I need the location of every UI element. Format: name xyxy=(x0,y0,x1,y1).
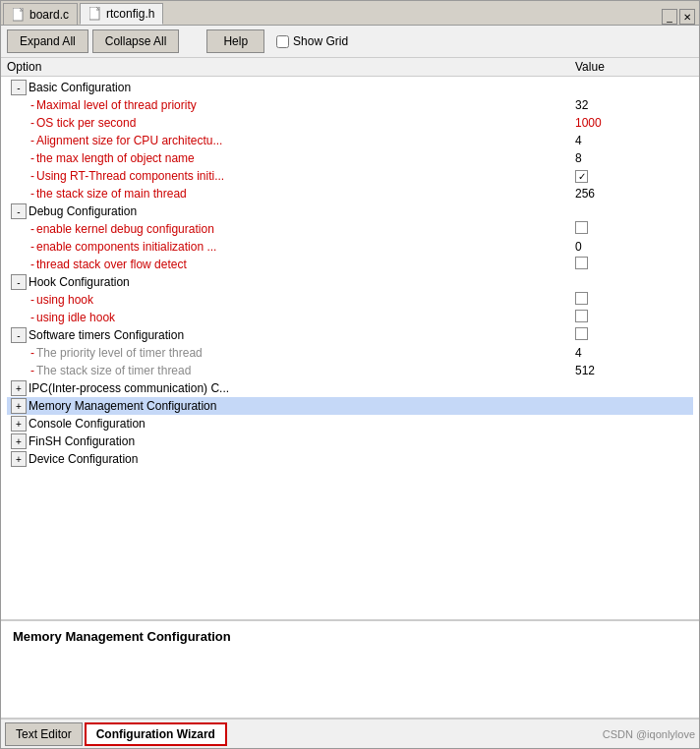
label-basic-config: Basic Configuration xyxy=(29,81,575,94)
tab-config-wizard[interactable]: Configuration Wizard xyxy=(85,722,227,746)
tab-board-c[interactable]: board.c xyxy=(3,3,78,25)
file-icon-active xyxy=(88,7,102,21)
toggle-hook[interactable]: - xyxy=(11,274,27,290)
value-max-obj-name: 8 xyxy=(575,151,693,165)
tree-area[interactable]: - Basic Configuration - Maximal level of… xyxy=(1,77,699,620)
toggle-ipc[interactable]: + xyxy=(11,380,27,396)
row-memory-config[interactable]: + Memory Management Configuration xyxy=(7,397,693,415)
dash: - xyxy=(30,240,34,254)
watermark: CSDN @iqonlylove xyxy=(603,728,695,740)
dash: - xyxy=(30,151,34,165)
label-using-idle-hook: using idle hook xyxy=(36,311,575,324)
label-priority-timer: The priority level of timer thread xyxy=(36,346,575,360)
row-stack-timer[interactable]: - The stack size of timer thread 512 xyxy=(7,362,693,379)
row-alignment[interactable]: - Alignment size for CPU architectu... 4 xyxy=(7,132,693,149)
dash: - xyxy=(30,98,34,112)
tab-board-c-label: board.c xyxy=(29,8,69,22)
col-value-header: Value xyxy=(575,60,693,74)
checkbox-using-idle-hook[interactable] xyxy=(575,310,588,322)
dash: - xyxy=(30,293,34,307)
close-button[interactable]: ✕ xyxy=(679,9,695,25)
value-stack-timer: 512 xyxy=(575,364,693,377)
row-priority-timer[interactable]: - The priority level of timer thread 4 xyxy=(7,344,693,362)
row-using-rt-thread[interactable]: - Using RT-Thread components initi... xyxy=(7,167,693,185)
show-grid-checkbox[interactable] xyxy=(276,35,289,48)
col-option-header: Option xyxy=(7,60,575,74)
bottom-tab-bar: Text Editor Configuration Wizard CSDN @i… xyxy=(1,719,699,748)
label-max-priority: Maximal level of thread priority xyxy=(36,98,575,112)
tab-text-editor[interactable]: Text Editor xyxy=(5,722,83,746)
toggle-basic[interactable]: - xyxy=(11,80,27,95)
dash: - xyxy=(30,134,34,147)
row-os-tick[interactable]: - OS tick per second 1000 xyxy=(7,114,693,132)
label-using-hook: using hook xyxy=(36,293,575,307)
row-max-priority[interactable]: - Maximal level of thread priority 32 xyxy=(7,96,693,114)
tab-config-wizard-label: Configuration Wizard xyxy=(96,727,215,741)
row-basic-config[interactable]: - Basic Configuration xyxy=(7,79,693,96)
checkbox-using-hook[interactable] xyxy=(575,292,588,305)
row-hook-config[interactable]: - Hook Configuration xyxy=(7,273,693,291)
row-max-obj-name[interactable]: - the max length of object name 8 xyxy=(7,149,693,167)
label-ipc-config: IPC(Inter-process communication) C... xyxy=(29,381,575,395)
row-ipc-config[interactable]: + IPC(Inter-process communication) C... xyxy=(7,379,693,397)
tab-rtconfig-h-label: rtconfig.h xyxy=(106,7,154,21)
value-using-hook xyxy=(575,292,693,308)
row-device-config[interactable]: + Device Configuration xyxy=(7,450,693,468)
collapse-all-button[interactable]: Collapse All xyxy=(92,29,180,53)
row-using-hook[interactable]: - using hook xyxy=(7,291,693,309)
label-hook-config: Hook Configuration xyxy=(29,275,575,289)
tab-rtconfig-h[interactable]: rtconfig.h xyxy=(80,3,163,25)
tree-content: - Basic Configuration - Maximal level of… xyxy=(1,77,699,470)
value-sw-timers-config xyxy=(575,327,693,343)
value-os-tick: 1000 xyxy=(575,116,693,130)
minimize-button[interactable]: _ xyxy=(662,9,677,25)
value-stack-overflow xyxy=(575,257,693,272)
label-debug-config: Debug Configuration xyxy=(29,204,575,218)
row-components-init[interactable]: - enable components initialization ... 0 xyxy=(7,238,693,256)
toggle-device[interactable]: + xyxy=(11,451,27,467)
row-finsh-config[interactable]: + FinSH Configuration xyxy=(7,432,693,450)
label-max-obj-name: the max length of object name xyxy=(36,151,575,165)
tab-bar-left: board.c rtconfig.h xyxy=(3,3,165,25)
value-priority-timer: 4 xyxy=(575,346,693,360)
checkbox-kernel-debug[interactable] xyxy=(575,221,588,234)
checkbox-using-rt-thread[interactable] xyxy=(575,170,588,183)
row-main-stack[interactable]: - the stack size of main thread 256 xyxy=(7,185,693,202)
row-stack-overflow[interactable]: - thread stack over flow detect xyxy=(7,256,693,273)
tab-bar: board.c rtconfig.h _ ✕ xyxy=(1,1,699,26)
label-kernel-debug: enable kernel debug configuration xyxy=(36,222,575,236)
checkbox-stack-overflow[interactable] xyxy=(575,257,588,269)
checkbox-sw-timers[interactable] xyxy=(575,327,588,340)
show-grid-label[interactable]: Show Grid xyxy=(276,34,348,48)
value-using-rt-thread xyxy=(575,169,693,183)
row-kernel-debug[interactable]: - enable kernel debug configuration xyxy=(7,220,693,238)
info-panel-text: Memory Management Configuration xyxy=(13,629,231,644)
toggle-finsh[interactable]: + xyxy=(11,433,27,449)
value-max-priority: 32 xyxy=(575,98,693,112)
toggle-sw-timers[interactable]: - xyxy=(11,327,27,343)
toggle-console[interactable]: + xyxy=(11,416,27,432)
toggle-debug[interactable]: - xyxy=(11,203,27,219)
tab-bar-right: _ ✕ xyxy=(662,9,699,25)
label-stack-overflow: thread stack over flow detect xyxy=(36,258,575,271)
value-main-stack: 256 xyxy=(575,187,693,201)
toggle-memory[interactable]: + xyxy=(11,398,27,414)
expand-all-button[interactable]: Expand All xyxy=(7,29,88,53)
dash-dashed: - xyxy=(30,364,34,377)
label-device-config: Device Configuration xyxy=(29,452,575,466)
label-console-config: Console Configuration xyxy=(29,417,575,431)
show-grid-text: Show Grid xyxy=(293,34,348,48)
value-using-idle-hook xyxy=(575,310,693,325)
help-button[interactable]: Help xyxy=(206,29,264,53)
row-using-idle-hook[interactable]: - using idle hook xyxy=(7,309,693,326)
label-main-stack: the stack size of main thread xyxy=(36,187,575,201)
row-debug-config[interactable]: - Debug Configuration xyxy=(7,202,693,220)
dash: - xyxy=(30,169,34,183)
row-sw-timers-config[interactable]: - Software timers Configuration xyxy=(7,326,693,344)
label-finsh-config: FinSH Configuration xyxy=(29,434,575,448)
value-components-init: 0 xyxy=(575,240,693,254)
row-console-config[interactable]: + Console Configuration xyxy=(7,415,693,432)
info-panel: Memory Management Configuration xyxy=(1,620,699,719)
tab-text-editor-label: Text Editor xyxy=(16,727,72,741)
column-headers: Option Value xyxy=(1,58,699,77)
